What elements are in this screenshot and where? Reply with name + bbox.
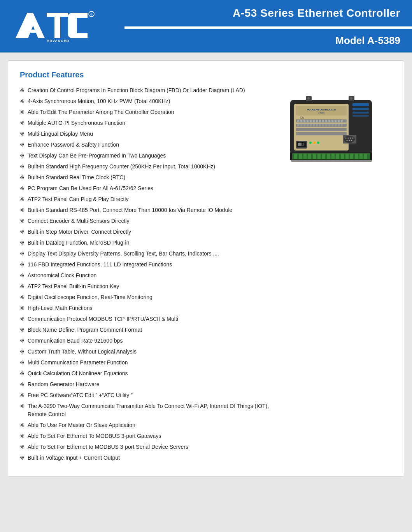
feature-bullet: ※ bbox=[20, 217, 25, 225]
svg-rect-84 bbox=[327, 154, 330, 159]
svg-point-70 bbox=[317, 142, 319, 144]
svg-rect-48 bbox=[331, 124, 333, 126]
feature-bullet: ※ bbox=[20, 239, 25, 247]
svg-rect-77 bbox=[294, 154, 297, 159]
feature-bullet: ※ bbox=[20, 402, 25, 410]
feature-text: Able To Set For Ethernet to MODBUS 3-por… bbox=[28, 443, 188, 451]
list-item: ※Built-in Voltage Input + Current Output bbox=[20, 454, 275, 462]
svg-rect-45 bbox=[322, 124, 324, 126]
svg-point-68 bbox=[309, 142, 312, 144]
list-item: ※Built-in Standard Real Time Clock (RTC) bbox=[20, 173, 275, 182]
feature-bullet: ※ bbox=[20, 228, 25, 236]
feature-text: Free PC Software“ATC Edit ” +“ATC Utilit… bbox=[28, 391, 133, 399]
svg-rect-87 bbox=[341, 154, 344, 159]
svg-text:CE: CE bbox=[300, 116, 304, 119]
svg-rect-83 bbox=[322, 154, 325, 159]
list-item: ※Display Text Display Diversity Patterns… bbox=[20, 250, 275, 258]
svg-point-59 bbox=[349, 140, 350, 141]
svg-rect-23 bbox=[300, 120, 302, 122]
feature-bullet: ※ bbox=[20, 337, 25, 345]
svg-rect-25 bbox=[307, 120, 309, 122]
list-item: ※Built-in Standard High Frequency Counte… bbox=[20, 163, 275, 171]
list-item: ※Able To Set For Ethernet To MODBUS 3-po… bbox=[20, 432, 275, 440]
svg-text:A-5389: A-5389 bbox=[318, 112, 324, 114]
feature-bullet: ※ bbox=[20, 348, 25, 356]
svg-point-55 bbox=[347, 138, 349, 139]
svg-rect-91 bbox=[359, 154, 363, 159]
list-item: ※Text Display Can Be Pre-Programmed In T… bbox=[20, 152, 275, 160]
svg-rect-66 bbox=[302, 143, 302, 146]
feature-text: PC Program Can Be Used For All A-61/52/6… bbox=[28, 184, 153, 192]
feature-text: Connect Encoder & Multi-Sensors Directly bbox=[28, 217, 129, 225]
svg-rect-27 bbox=[313, 120, 315, 122]
list-item: ※Block Name Define, Program Comment Form… bbox=[20, 326, 275, 334]
feature-bullet: ※ bbox=[20, 195, 25, 203]
svg-rect-26 bbox=[310, 120, 312, 122]
svg-rect-10 bbox=[352, 103, 369, 106]
feature-text: Display Text Display Diversity Patterns,… bbox=[28, 250, 219, 258]
list-item: ※Quick Calculation Of Nonlinear Equation… bbox=[20, 369, 275, 378]
list-item: ※The A-3290 Two-Way Communicate Transmit… bbox=[20, 402, 275, 418]
list-item: ※Digital Oscilloscope Function, Real-Tim… bbox=[20, 293, 275, 301]
feature-text: 4-Axis Synchronous Motion, 100 KHz PWM (… bbox=[28, 97, 170, 105]
svg-rect-51 bbox=[341, 124, 343, 126]
svg-rect-82 bbox=[317, 154, 321, 159]
features-layout: ※Creation Of Control Programs In Functio… bbox=[20, 86, 392, 465]
features-list: ※Creation Of Control Programs In Functio… bbox=[20, 86, 275, 465]
feature-bullet: ※ bbox=[20, 271, 25, 280]
device-illustration: MODULAR CONTROLLER A-5389 CE bbox=[286, 88, 389, 174]
list-item: ※High-Level Math Functions bbox=[20, 304, 275, 312]
feature-text: Built-in Step Motor Driver, Connect Dire… bbox=[28, 228, 131, 236]
svg-rect-33 bbox=[331, 120, 333, 122]
svg-rect-90 bbox=[355, 154, 358, 159]
series-title: A-53 Series Ethernet Controller bbox=[233, 7, 400, 19]
feature-bullet: ※ bbox=[20, 184, 25, 192]
feature-bullet: ※ bbox=[20, 261, 25, 269]
svg-rect-67 bbox=[303, 143, 303, 146]
svg-text:®: ® bbox=[90, 13, 93, 16]
list-item: ※Able To Set For Ethernet to MODBUS 3-po… bbox=[20, 443, 275, 451]
svg-rect-64 bbox=[299, 143, 300, 146]
list-item: ※Able To Edit The Parameter Among The Co… bbox=[20, 108, 275, 116]
feature-text: Enhance Password & Safety Function bbox=[28, 141, 119, 149]
feature-text: Built-in Standard High Frequency Counter… bbox=[28, 163, 215, 171]
feature-bullet: ※ bbox=[20, 421, 25, 429]
svg-point-60 bbox=[351, 140, 352, 141]
feature-bullet: ※ bbox=[20, 86, 25, 94]
feature-bullet: ※ bbox=[20, 250, 25, 258]
feature-text: Random Generator Hardware bbox=[28, 380, 99, 388]
feature-text: The A-3290 Two-Way Communicate Transmitt… bbox=[28, 402, 275, 418]
feature-bullet: ※ bbox=[20, 206, 25, 214]
feature-bullet: ※ bbox=[20, 380, 25, 388]
feature-bullet: ※ bbox=[20, 282, 25, 290]
feature-bullet: ※ bbox=[20, 173, 25, 182]
svg-rect-37 bbox=[297, 124, 299, 126]
svg-rect-44 bbox=[319, 124, 321, 126]
svg-rect-65 bbox=[300, 143, 301, 146]
model-title: Model A-5389 bbox=[335, 35, 400, 47]
feature-bullet: ※ bbox=[20, 119, 25, 127]
svg-rect-85 bbox=[331, 154, 335, 159]
svg-point-73 bbox=[307, 97, 310, 100]
svg-rect-40 bbox=[307, 124, 309, 126]
feature-text: Built-in Voltage Input + Current Output bbox=[28, 454, 120, 462]
feature-text: Built-in Standard RS-485 Port, Connect M… bbox=[28, 206, 232, 214]
svg-rect-93 bbox=[291, 159, 372, 162]
list-item: ※PC Program Can Be Used For All A-61/52/… bbox=[20, 184, 275, 192]
svg-point-56 bbox=[350, 138, 351, 139]
svg-rect-46 bbox=[325, 124, 327, 126]
svg-text:ADVANCED: ADVANCED bbox=[47, 39, 69, 42]
feature-text: ATP2 Text Panel Built-in Function Key bbox=[28, 282, 119, 290]
svg-point-69 bbox=[313, 142, 316, 144]
svg-rect-24 bbox=[303, 120, 305, 122]
feature-text: Astronomical Clock Function bbox=[28, 271, 96, 280]
device-image-area: MODULAR CONTROLLER A-5389 CE bbox=[283, 86, 392, 465]
feature-text: 116 FBD Integrated Functions, 111 LD Int… bbox=[28, 261, 172, 269]
feature-bullet: ※ bbox=[20, 315, 25, 323]
feature-text: Built-in Datalog Function, MicroSD Plug-… bbox=[28, 239, 129, 247]
header-titles: A-53 Series Ethernet Controller Model A-… bbox=[124, 0, 412, 52]
svg-point-57 bbox=[352, 138, 353, 139]
svg-rect-50 bbox=[338, 124, 340, 126]
svg-rect-32 bbox=[328, 120, 330, 122]
feature-text: High-Level Math Functions bbox=[28, 304, 93, 312]
